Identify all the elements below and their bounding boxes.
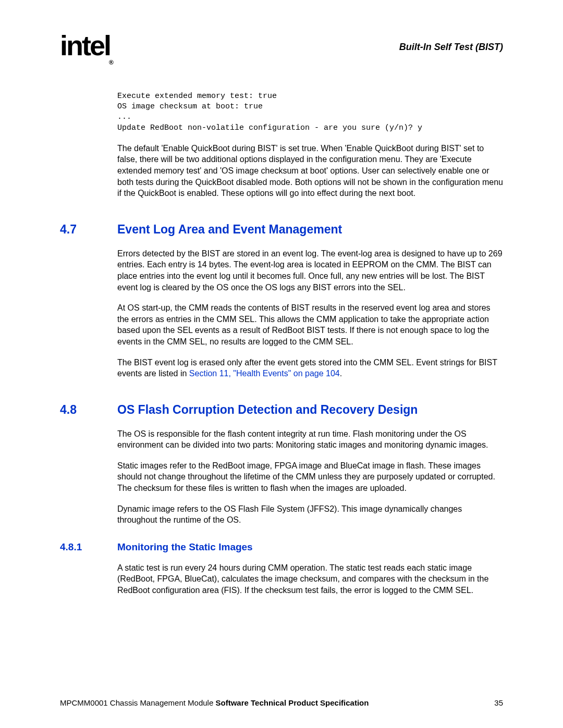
intel-logo: intel® <box>60 31 113 63</box>
paragraph: Dynamic image refers to the OS Flash Fil… <box>117 503 503 526</box>
footer-left: MPCMM0001 Chassis Management Module Soft… <box>60 698 369 707</box>
registered-icon: ® <box>109 59 112 66</box>
section-number: 4.7 <box>60 223 117 237</box>
page-number: 35 <box>494 698 503 707</box>
page: intel® Built-In Self Test (BIST) Execute… <box>0 0 563 728</box>
footer-text: MPCMM0001 Chassis Management Module <box>60 698 215 707</box>
code-block: Execute extended memory test: true OS im… <box>117 91 503 133</box>
paragraph: Errors detected by the BIST are stored i… <box>117 248 503 293</box>
footer-title: Software Technical Product Specification <box>215 698 369 707</box>
section-heading-4-8: 4.8 OS Flash Corruption Detection and Re… <box>60 403 503 417</box>
header-title: Built-In Self Test (BIST) <box>399 42 503 53</box>
paragraph: A static test is run every 24 hours duri… <box>117 562 503 596</box>
paragraph: The BIST event log is erased only after … <box>117 357 503 379</box>
text-run: . <box>340 369 342 378</box>
subsection-title: Monitoring the Static Images <box>117 541 253 553</box>
section-heading-4-7: 4.7 Event Log Area and Event Management <box>60 223 503 237</box>
section-number: 4.8 <box>60 403 117 417</box>
page-footer: MPCMM0001 Chassis Management Module Soft… <box>60 698 503 707</box>
section-title: Event Log Area and Event Management <box>117 223 342 237</box>
paragraph: The OS is responsible for the flash cont… <box>117 428 503 451</box>
subsection-number: 4.8.1 <box>60 541 117 553</box>
logo-text: intel <box>60 30 110 61</box>
subsection-heading-4-8-1: 4.8.1 Monitoring the Static Images <box>60 541 503 553</box>
page-header: intel® Built-In Self Test (BIST) <box>60 31 503 63</box>
paragraph: The default 'Enable QuickBoot during BIS… <box>117 143 503 199</box>
paragraph: At OS start-up, the CMM reads the conten… <box>117 302 503 347</box>
cross-reference-link[interactable]: Section 11, "Health Events" on page 104 <box>189 369 340 378</box>
paragraph: Static images refer to the RedBoot image… <box>117 460 503 494</box>
section-title: OS Flash Corruption Detection and Recove… <box>117 403 418 417</box>
